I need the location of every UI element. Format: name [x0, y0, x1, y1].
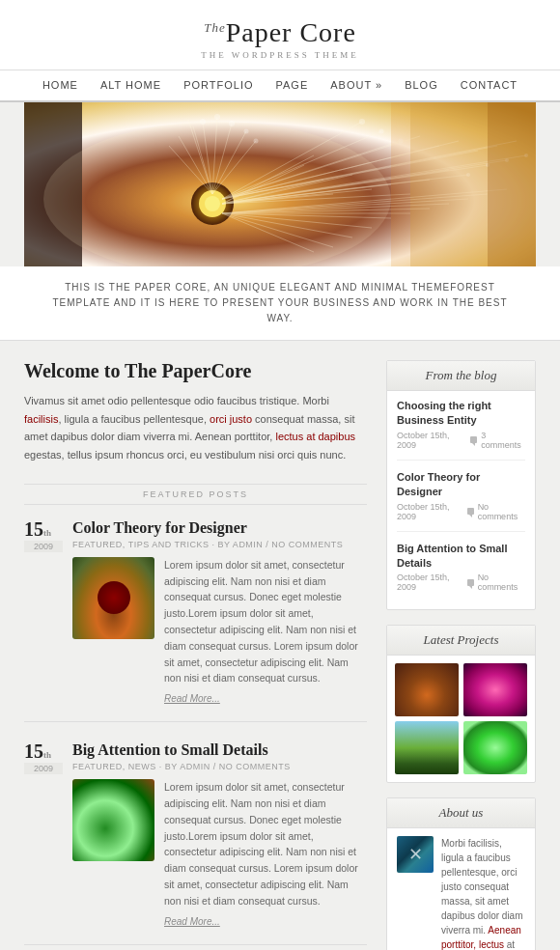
welcome-link-lectus[interactable]: lectus at dapibus: [275, 431, 355, 442]
blog-item-title: Color Theory for Designer: [397, 470, 525, 500]
project-thumb-2[interactable]: [463, 663, 527, 716]
site-header: ThePaper Core THE WORDPRESS THEME: [0, 0, 560, 70]
blog-item-title: Choosing the right Business Entity: [397, 399, 525, 429]
svg-point-55: [359, 119, 365, 125]
post-excerpt: Lorem ipsum dolor sit amet, consectetur …: [164, 779, 367, 929]
post-title-link[interactable]: Color Theory for Designer: [72, 519, 247, 536]
blog-item-meta: October 15th, 2009 3 comments: [397, 431, 525, 450]
sidebar-blog-section: From the blog Choosing the right Busines…: [386, 360, 536, 610]
post-title: Big Attention to Small Details: [72, 741, 367, 759]
comment-icon: [467, 579, 474, 586]
post-item: 15th 2009 Color Theory for Designer FEAT…: [24, 519, 367, 722]
project-thumb-3[interactable]: [395, 721, 459, 774]
sidebar-about-section: About us Morbi facilisis, ligula a fauci…: [386, 797, 536, 950]
project-thumb-1[interactable]: [395, 663, 459, 716]
blog-item-comments: 3 comments: [481, 431, 525, 450]
post-item: 15th 2009 Big Attention to Small Details…: [24, 741, 367, 944]
svg-point-54: [254, 139, 259, 144]
nav-about[interactable]: ABOUT »: [330, 79, 382, 91]
post-content: Lorem ipsum dolor sit amet, consectetur …: [72, 779, 367, 929]
post-header: Color Theory for Designer FEATURED, TIPS…: [72, 519, 367, 707]
welcome-text: Vivamus sit amet odio pellentesque odio …: [24, 392, 367, 464]
blog-item-comments: No comments: [478, 573, 525, 592]
tagline-text: THIS IS THE PAPER CORE, AN UNIQUE ELEGAN…: [39, 280, 521, 326]
blog-item-link[interactable]: Color Theory for Designer: [397, 471, 480, 497]
post-day-suffix: th: [43, 529, 51, 538]
sidebar-blog-title: From the blog: [387, 361, 535, 391]
blog-item-meta: October 15th, 2009 No comments: [397, 573, 525, 592]
read-more-link[interactable]: Read More...: [164, 691, 367, 707]
hero-wrapper: [0, 102, 560, 266]
project-thumb-4[interactable]: [463, 721, 527, 774]
about-avatar: [397, 836, 434, 873]
post-date-day: 15th: [24, 519, 63, 539]
post-date-box: 15th 2009: [24, 519, 63, 552]
content-area: Welcome to The PaperCore Vivamus sit ame…: [0, 360, 560, 950]
post-meta: FEATURED, TIPS AND TRICKS · BY ADMIN / N…: [72, 540, 367, 549]
featured-label: FEATURED POSTS: [24, 484, 367, 505]
read-more-link[interactable]: Read More...: [164, 914, 367, 930]
svg-point-6: [205, 196, 220, 211]
post-day-suffix: th: [43, 751, 51, 760]
blog-item-link[interactable]: Choosing the right Business Entity: [397, 400, 491, 426]
post-thumbnail: [72, 779, 154, 861]
comment-icon: [467, 508, 474, 515]
post-content: Lorem ipsum dolor sit amet, consectetur …: [72, 557, 367, 707]
svg-point-51: [214, 114, 220, 120]
svg-rect-63: [488, 102, 536, 266]
post-date-box: 15th 2009: [24, 741, 63, 774]
sidebar-projects-title: Latest Projects: [387, 626, 535, 656]
sidebar-about-title: About us: [387, 798, 535, 828]
welcome-link-orci[interactable]: orci justo: [210, 413, 252, 425]
nav-page[interactable]: PAGE: [276, 79, 309, 91]
post-header: Big Attention to Small Details FEATURED,…: [72, 741, 367, 929]
nav-contact[interactable]: CONTACT: [461, 79, 518, 91]
nav-alt-home[interactable]: ALT HOME: [100, 79, 161, 91]
post-title-link[interactable]: Big Attention to Small Details: [72, 741, 268, 758]
blog-item: Choosing the right Business Entity Octob…: [397, 399, 525, 461]
blog-item-link[interactable]: Big Attention to Small Details: [397, 543, 507, 569]
nav-portfolio[interactable]: PORTFOLIO: [183, 79, 253, 91]
site-subtitle: THE WORDPRESS THEME: [0, 50, 560, 60]
about-text: Morbi facilisis, ligula a faucibus pelle…: [441, 836, 525, 950]
sidebar: From the blog Choosing the right Busines…: [386, 360, 536, 950]
post-day-num: 15: [24, 519, 43, 539]
blog-item-title: Big Attention to Small Details: [397, 542, 525, 572]
welcome-title: Welcome to The PaperCore: [24, 360, 367, 382]
post-day-num: 15: [24, 741, 43, 761]
blog-item: Big Attention to Small Details October 1…: [397, 542, 525, 602]
blog-item-date: October 15th, 2009: [397, 573, 463, 592]
blog-item: Color Theory for Designer October 15th, …: [397, 470, 525, 532]
post-excerpt: Lorem ipsum dolor sit amet, consectetur …: [164, 557, 367, 707]
svg-point-53: [244, 129, 249, 134]
main-wrapper: Welcome to The PaperCore Vivamus sit ame…: [0, 341, 560, 950]
post-date-year: 2009: [24, 763, 63, 774]
svg-point-56: [379, 129, 384, 134]
main-column: Welcome to The PaperCore Vivamus sit ame…: [24, 360, 367, 950]
blog-item-comments: No comments: [478, 502, 525, 521]
blog-item-date: October 15th, 2009: [397, 431, 466, 450]
comment-icon: [470, 436, 477, 443]
hero-image: [24, 102, 536, 266]
title-pre: The: [204, 20, 226, 35]
post-title: Color Theory for Designer: [72, 519, 367, 537]
nav-blog[interactable]: BLOG: [405, 79, 438, 91]
welcome-link-facilisis[interactable]: facilisis: [24, 413, 58, 425]
sidebar-blog-content: Choosing the right Business Entity Octob…: [387, 391, 535, 609]
sidebar-projects-section: Latest Projects: [386, 625, 536, 783]
svg-point-50: [200, 119, 206, 125]
about-link[interactable]: Aenean porttitor, lectus: [441, 925, 521, 950]
post-date-day: 15th: [24, 741, 63, 761]
post-thumbnail: [72, 557, 154, 639]
about-content: Morbi facilisis, ligula a faucibus pelle…: [387, 828, 535, 950]
tagline-bar: THIS IS THE PAPER CORE, AN UNIQUE ELEGAN…: [0, 266, 560, 341]
svg-point-52: [229, 121, 235, 126]
post-meta: FEATURED, NEWS · BY ADMIN / NO COMMENTS: [72, 762, 367, 771]
projects-grid: [387, 656, 535, 782]
post-date-year: 2009: [24, 541, 63, 552]
main-nav: HOME ALT HOME PORTFOLIO PAGE ABOUT » BLO…: [0, 70, 560, 102]
site-title: ThePaper Core: [0, 17, 560, 48]
nav-home[interactable]: HOME: [42, 79, 78, 91]
blog-item-meta: October 15th, 2009 No comments: [397, 502, 525, 521]
hero-svg: [24, 102, 536, 266]
